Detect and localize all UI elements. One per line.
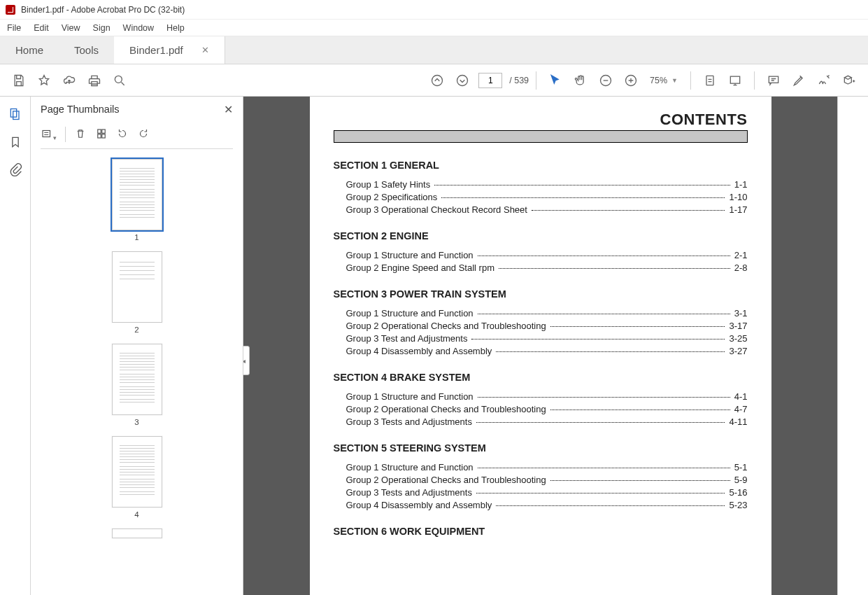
toc-label: Group 3 Operational Checkout Record Shee… [346, 204, 527, 215]
toc-leader [532, 210, 725, 211]
attachments-rail-icon[interactable] [8, 162, 23, 178]
toc-leader [478, 468, 730, 468]
thumbnail-page[interactable]: 2 [112, 251, 162, 334]
thumbnail-page[interactable]: 4 [112, 436, 162, 519]
toc-entry[interactable]: Group 3 Test and Adjustments3-25 [346, 333, 748, 344]
section-heading: SECTION 2 ENGINE [334, 230, 748, 241]
select-tool-icon[interactable] [543, 69, 567, 92]
star-icon[interactable] [32, 69, 56, 92]
svg-point-1 [432, 75, 443, 85]
panel-title: Page Thumbnails [41, 104, 120, 115]
page-down-icon[interactable] [450, 69, 474, 92]
thumbnail-page[interactable]: 1 [112, 159, 162, 241]
toc-leader [478, 255, 730, 256]
svg-rect-13 [102, 134, 106, 137]
toc-page: 5-1 [734, 462, 748, 472]
svg-rect-8 [13, 111, 18, 120]
zoom-in-icon[interactable] [619, 69, 643, 92]
toc-page: 4-7 [734, 404, 748, 414]
toc-entry[interactable]: Group 2 Operational Checks and Troublesh… [346, 404, 748, 414]
menu-view[interactable]: View [62, 23, 80, 33]
print-icon[interactable] [83, 69, 106, 92]
toc-entry[interactable]: Group 2 Specifications1-10 [346, 192, 748, 202]
toc-label: Group 1 Structure and Function [346, 250, 474, 260]
toc-entry[interactable]: Group 2 Operational Checks and Troublesh… [346, 475, 748, 485]
toc-entry[interactable]: Group 3 Tests and Adjustments5-16 [346, 487, 748, 498]
menu-help[interactable]: Help [166, 23, 185, 33]
panel-close-icon[interactable]: ✕ [224, 103, 233, 116]
tab-document[interactable]: Binder1.pdf ✕ [114, 36, 225, 64]
toc-entry[interactable]: Group 1 Structure and Function4-1 [346, 391, 748, 402]
toc-entry[interactable]: Group 4 Disassembly and Assembly5-23 [346, 500, 748, 510]
toc-entry[interactable]: Group 3 Operational Checkout Record Shee… [346, 204, 748, 215]
comment-icon[interactable] [762, 69, 785, 92]
read-mode-icon[interactable] [723, 69, 747, 92]
thumbnails-panel: Page Thumbnails ✕ ▾ 1234 [31, 97, 243, 595]
toc-label: Group 2 Operational Checks and Troublesh… [346, 321, 546, 331]
zoom-select[interactable]: 75% ▼ [650, 76, 678, 85]
toc-entry[interactable]: Group 4 Disassembly and Assembly3-27 [346, 346, 748, 356]
toc-page: 2-8 [734, 262, 748, 273]
toc-page: 5-9 [734, 475, 748, 485]
page-up-icon[interactable] [425, 69, 449, 92]
thumbnail-number: 1 [134, 233, 138, 241]
menu-edit[interactable]: Edit [34, 23, 49, 33]
zoom-out-icon[interactable] [594, 69, 618, 92]
toc-page: 3-25 [729, 333, 747, 344]
toc-entry[interactable]: Group 3 Tests and Adjustments4-11 [346, 416, 748, 427]
thumbnails-list[interactable]: 1234 [31, 155, 243, 595]
cloud-share-icon[interactable] [57, 69, 81, 92]
toc-label: Group 2 Operational Checks and Troublesh… [346, 404, 546, 414]
toc-entry[interactable]: Group 1 Structure and Function3-1 [346, 308, 748, 318]
thumbnail-number: 3 [134, 418, 138, 426]
fit-width-icon[interactable] [698, 69, 722, 92]
toc-page: 3-27 [729, 346, 747, 356]
toc-page: 5-16 [729, 487, 747, 498]
toc-leader [550, 326, 725, 327]
page-number-input[interactable] [478, 73, 502, 88]
rotate-cw-icon[interactable] [137, 127, 150, 142]
toc-entry[interactable]: Group 1 Structure and Function5-1 [346, 462, 748, 472]
panel-collapse-handle[interactable] [243, 346, 250, 375]
section-heading: SECTION 3 POWER TRAIN SYSTEM [334, 288, 748, 300]
toc-entry[interactable]: Group 2 Engine Speed and Stall rpm2-8 [346, 262, 748, 273]
toc-entry[interactable]: Group 1 Safety Hints1-1 [346, 179, 748, 190]
save-icon[interactable] [7, 69, 31, 92]
page-viewer[interactable]: CONTENTS SECTION 1 GENERALGroup 1 Safety… [243, 97, 837, 595]
panel-options-icon[interactable]: ▾ [41, 127, 57, 142]
toc-entry[interactable]: Group 2 Operational Checks and Troublesh… [346, 321, 748, 331]
highlight-icon[interactable] [787, 69, 811, 92]
right-rail [837, 97, 868, 595]
zoom-value: 75% [650, 76, 667, 85]
hand-tool-icon[interactable] [569, 69, 592, 92]
bookmark-rail-icon[interactable] [8, 134, 23, 150]
thumbnail-page[interactable] [112, 528, 162, 538]
toc-leader [478, 397, 730, 398]
menu-file[interactable]: File [7, 23, 21, 33]
svg-rect-9 [43, 130, 50, 136]
thumbnail-page[interactable]: 3 [112, 344, 162, 426]
toc-label: Group 2 Operational Checks and Troublesh… [346, 475, 546, 485]
toc-page: 3-17 [729, 321, 747, 331]
thumbnails-rail-icon[interactable] [8, 106, 23, 122]
toc-leader [476, 493, 725, 493]
toc-leader [496, 505, 725, 506]
delete-page-icon[interactable] [74, 127, 87, 142]
tab-tools[interactable]: Tools [59, 36, 114, 64]
menu-window[interactable]: Window [123, 23, 154, 33]
toc-leader [478, 314, 730, 314]
tab-home[interactable]: Home [0, 36, 59, 64]
sign-icon[interactable] [812, 69, 836, 92]
more-tools-icon[interactable] [837, 69, 861, 92]
rotate-ccw-icon[interactable] [116, 127, 129, 142]
title-bar-decoration [334, 130, 748, 143]
toc-label: Group 4 Disassembly and Assembly [346, 500, 492, 510]
section-heading: SECTION 4 BRAKE SYSTEM [334, 372, 748, 383]
search-icon[interactable] [108, 69, 131, 92]
toc-label: Group 1 Safety Hints [346, 179, 431, 190]
window-titlebar: Binder1.pdf - Adobe Acrobat Pro DC (32-b… [0, 0, 868, 20]
thumbnail-view-icon[interactable] [95, 127, 108, 142]
close-tab-icon[interactable]: ✕ [201, 45, 209, 55]
toc-entry[interactable]: Group 1 Structure and Function2-1 [346, 250, 748, 260]
menu-sign[interactable]: Sign [93, 23, 111, 33]
